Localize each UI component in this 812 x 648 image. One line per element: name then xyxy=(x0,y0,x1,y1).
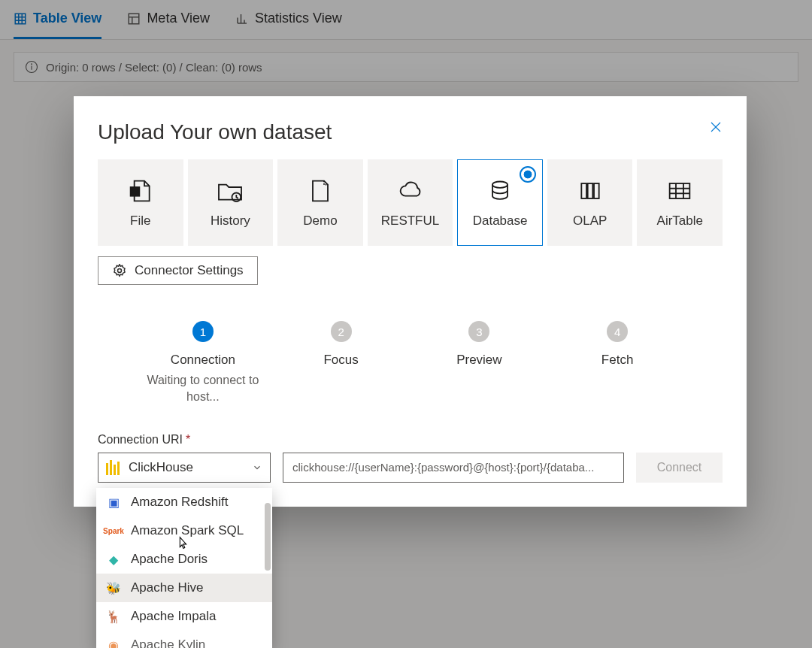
history-icon xyxy=(215,177,245,204)
dropdown-item-label: Apache Hive xyxy=(131,580,203,595)
source-label: Demo xyxy=(303,213,337,229)
source-label: File xyxy=(130,213,150,229)
svg-rect-22 xyxy=(594,183,599,198)
svg-rect-23 xyxy=(670,183,690,198)
step-number: 1 xyxy=(192,321,214,342)
source-label: AirTable xyxy=(657,213,703,229)
chevron-down-icon xyxy=(252,462,262,473)
connect-label: Connect xyxy=(657,461,702,474)
uri-placeholder-text: clickhouse://{userName}:{password}@{host… xyxy=(292,461,594,474)
source-label: History xyxy=(211,213,250,229)
demo-icon xyxy=(305,177,335,204)
dropdown-item-label: Amazon Spark SQL xyxy=(131,523,244,538)
step-focus: 2 Focus xyxy=(272,321,411,368)
connection-uri-label: Connection URI* xyxy=(98,433,723,447)
connector-selected-label: ClickHouse xyxy=(129,460,193,475)
source-airtable[interactable]: AirTable xyxy=(637,159,723,246)
source-label: RESTFUL xyxy=(381,213,439,229)
dropdown-item-label: Apache Impala xyxy=(131,609,216,624)
database-icon xyxy=(485,177,515,204)
source-demo[interactable]: Demo xyxy=(277,159,363,246)
required-indicator: * xyxy=(186,433,190,446)
airtable-icon xyxy=(665,177,695,204)
step-fetch: 4 Fetch xyxy=(548,321,686,368)
svg-text:X: X xyxy=(133,188,137,195)
connector-settings-button[interactable]: Connector Settings xyxy=(98,256,258,285)
dropdown-scrollbar[interactable] xyxy=(265,503,271,571)
hive-icon: 🐝 xyxy=(105,580,122,596)
connector-select[interactable]: ClickHouse xyxy=(98,453,271,483)
source-restful[interactable]: RESTFUL xyxy=(368,159,453,246)
source-history[interactable]: History xyxy=(188,159,274,246)
file-icon: X xyxy=(126,177,156,204)
step-subtext: Waiting to connect to host... xyxy=(134,372,272,406)
gear-icon xyxy=(112,263,127,278)
step-number: 2 xyxy=(331,321,352,342)
doris-icon: ◆ xyxy=(105,551,122,568)
cloud-icon xyxy=(395,177,426,204)
step-label: Focus xyxy=(323,353,358,368)
dropdown-item-doris[interactable]: ◆ Apache Doris xyxy=(96,545,272,574)
modal-title: Upload Your own dataset xyxy=(98,120,332,144)
source-olap[interactable]: OLAP xyxy=(547,159,633,246)
source-label: Database xyxy=(473,213,528,229)
connection-uri-input[interactable]: clickhouse://{userName}:{password}@{host… xyxy=(283,453,624,483)
connection-uri-row: ClickHouse clickhouse://{userName}:{pass… xyxy=(98,453,723,483)
connector-settings-label: Connector Settings xyxy=(135,263,244,278)
connection-stepper: 1 Connection Waiting to connect to host.… xyxy=(134,321,686,406)
kylin-icon: ◉ xyxy=(105,637,122,648)
olap-icon xyxy=(575,177,605,204)
close-icon xyxy=(709,120,723,134)
connector-dropdown: ▣ Amazon Redshift Spark Amazon Spark SQL… xyxy=(96,488,272,648)
source-database[interactable]: Database xyxy=(457,159,543,246)
source-file[interactable]: X File xyxy=(98,159,183,246)
dropdown-item-sparksql[interactable]: Spark Amazon Spark SQL xyxy=(96,516,272,545)
svg-rect-20 xyxy=(581,183,586,198)
step-connection: 1 Connection Waiting to connect to host.… xyxy=(134,321,272,406)
dropdown-item-hive[interactable]: 🐝 Apache Hive xyxy=(96,574,272,602)
svg-point-28 xyxy=(118,269,122,273)
dropdown-item-impala[interactable]: 🦌 Apache Impala xyxy=(96,602,272,631)
clickhouse-icon xyxy=(106,460,121,475)
close-button[interactable] xyxy=(709,120,723,138)
step-label: Connection xyxy=(171,353,235,368)
connect-button[interactable]: Connect xyxy=(636,453,723,483)
step-number: 3 xyxy=(468,321,489,342)
redshift-icon: ▣ xyxy=(105,494,122,510)
svg-rect-21 xyxy=(587,183,592,198)
source-type-grid: X File History Demo RESTFUL Database OLA… xyxy=(98,159,723,246)
step-number: 4 xyxy=(607,321,628,342)
step-label: Fetch xyxy=(601,353,634,368)
dropdown-item-kylin[interactable]: ◉ Apache Kylin xyxy=(96,631,272,648)
dropdown-item-label: Apache Doris xyxy=(131,552,208,567)
upload-dataset-modal: Upload Your own dataset X File History D… xyxy=(74,96,747,507)
step-label: Preview xyxy=(456,353,501,368)
dropdown-item-label: Apache Kylin xyxy=(131,637,205,648)
step-preview: 3 Preview xyxy=(411,321,549,368)
svg-point-19 xyxy=(492,181,508,187)
dropdown-item-redshift[interactable]: ▣ Amazon Redshift xyxy=(96,488,272,516)
dropdown-item-label: Amazon Redshift xyxy=(131,495,228,510)
impala-icon: 🦌 xyxy=(105,608,122,625)
spark-icon: Spark xyxy=(105,522,122,539)
source-label: OLAP xyxy=(573,213,607,229)
